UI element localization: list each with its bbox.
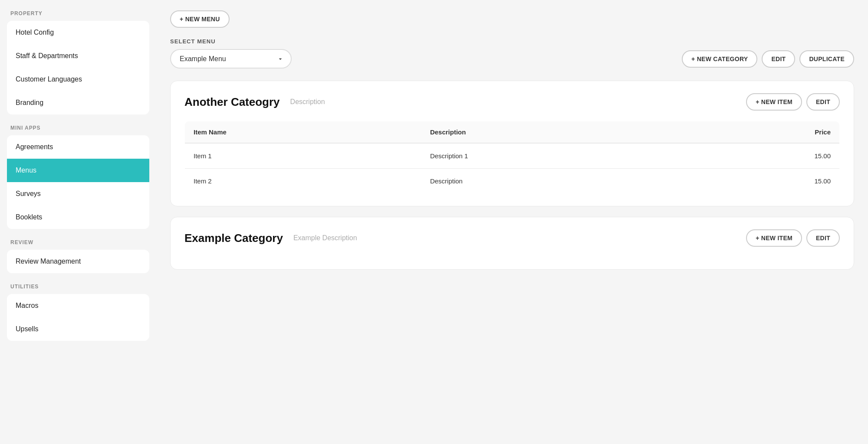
duplicate-menu-button[interactable]: DUPLICATE xyxy=(799,50,854,68)
sidebar-item-agreements[interactable]: Agreements xyxy=(7,135,149,159)
select-menu-label: SELECT MENU xyxy=(170,38,854,45)
new-item-button-example-category[interactable]: + NEW ITEM xyxy=(746,229,802,247)
table-header-item-name: Item Name xyxy=(185,121,421,144)
sidebar-group-review: Review Management xyxy=(7,250,149,273)
category-header-example-category: Example CategoryExample Description+ NEW… xyxy=(184,229,840,247)
category-title-example-category: Example Category xyxy=(184,232,283,245)
new-menu-button[interactable]: + NEW MENU xyxy=(170,10,230,28)
menu-action-buttons: + NEW CATEGORY EDIT DUPLICATE xyxy=(682,50,854,68)
sidebar-item-menus[interactable]: Menus xyxy=(7,159,149,182)
edit-menu-button[interactable]: EDIT xyxy=(762,50,795,68)
sidebar-section-label-property: PROPERTY xyxy=(7,10,149,16)
item-price-cell: 15.00 xyxy=(681,169,840,194)
select-row: Example MenuMenu 2Menu 3 + NEW CATEGORY … xyxy=(170,49,854,69)
edit-category-button-another-category[interactable]: EDIT xyxy=(806,93,840,111)
category-card-another-category: Another CateogryDescription+ NEW ITEMEDI… xyxy=(170,81,854,206)
table-header-price: Price xyxy=(681,121,840,144)
sidebar-group-mini-apps: AgreementsMenusSurveysBooklets xyxy=(7,135,149,229)
table-row[interactable]: Item 1Description 115.00 xyxy=(185,143,840,169)
category-description-example-category: Example Description xyxy=(293,234,746,242)
item-price-cell: 15.00 xyxy=(681,143,840,169)
sidebar-item-booklets[interactable]: Booklets xyxy=(7,206,149,229)
sidebar-item-review-management[interactable]: Review Management xyxy=(7,250,149,273)
sidebar-item-macros[interactable]: Macros xyxy=(7,294,149,317)
sidebar-section-label-review: REVIEW xyxy=(7,239,149,245)
items-table-another-category: Item NameDescriptionPriceItem 1Descripti… xyxy=(184,121,840,194)
sidebar-item-surveys[interactable]: Surveys xyxy=(7,182,149,206)
item-description-cell: Description 1 xyxy=(421,143,681,169)
select-menu-section: SELECT MENU Example MenuMenu 2Menu 3 + N… xyxy=(170,38,854,69)
category-card-example-category: Example CategoryExample Description+ NEW… xyxy=(170,217,854,270)
new-category-button[interactable]: + NEW CATEGORY xyxy=(682,50,757,68)
sidebar-item-staff-departments[interactable]: Staff & Departments xyxy=(7,44,149,68)
sidebar-item-customer-languages[interactable]: Customer Languages xyxy=(7,68,149,91)
main-content: + NEW MENU SELECT MENU Example MenuMenu … xyxy=(156,0,868,444)
table-row[interactable]: Item 2Description15.00 xyxy=(185,169,840,194)
categories-container: Another CateogryDescription+ NEW ITEMEDI… xyxy=(170,81,854,270)
category-description-another-category: Description xyxy=(290,98,746,106)
category-actions-another-category: + NEW ITEMEDIT xyxy=(746,93,840,111)
menu-select[interactable]: Example MenuMenu 2Menu 3 xyxy=(170,49,292,69)
category-header-another-category: Another CateogryDescription+ NEW ITEMEDI… xyxy=(184,93,840,111)
category-title-another-category: Another Cateogry xyxy=(184,95,280,109)
sidebar-item-upsells[interactable]: Upsells xyxy=(7,317,149,341)
sidebar-item-branding[interactable]: Branding xyxy=(7,91,149,114)
sidebar: PROPERTYHotel ConfigStaff & DepartmentsC… xyxy=(0,0,156,444)
top-bar: + NEW MENU xyxy=(170,10,854,28)
sidebar-section-label-utilities: UTILITIES xyxy=(7,284,149,290)
sidebar-section-label-mini-apps: MINI APPS xyxy=(7,125,149,131)
sidebar-group-property: Hotel ConfigStaff & DepartmentsCustomer … xyxy=(7,21,149,114)
edit-category-button-example-category[interactable]: EDIT xyxy=(806,229,840,247)
table-header-description: Description xyxy=(421,121,681,144)
item-description-cell: Description xyxy=(421,169,681,194)
item-name-cell: Item 2 xyxy=(185,169,421,194)
sidebar-group-utilities: MacrosUpsells xyxy=(7,294,149,341)
item-name-cell: Item 1 xyxy=(185,143,421,169)
new-item-button-another-category[interactable]: + NEW ITEM xyxy=(746,93,802,111)
sidebar-item-hotel-config[interactable]: Hotel Config xyxy=(7,21,149,44)
category-actions-example-category: + NEW ITEMEDIT xyxy=(746,229,840,247)
